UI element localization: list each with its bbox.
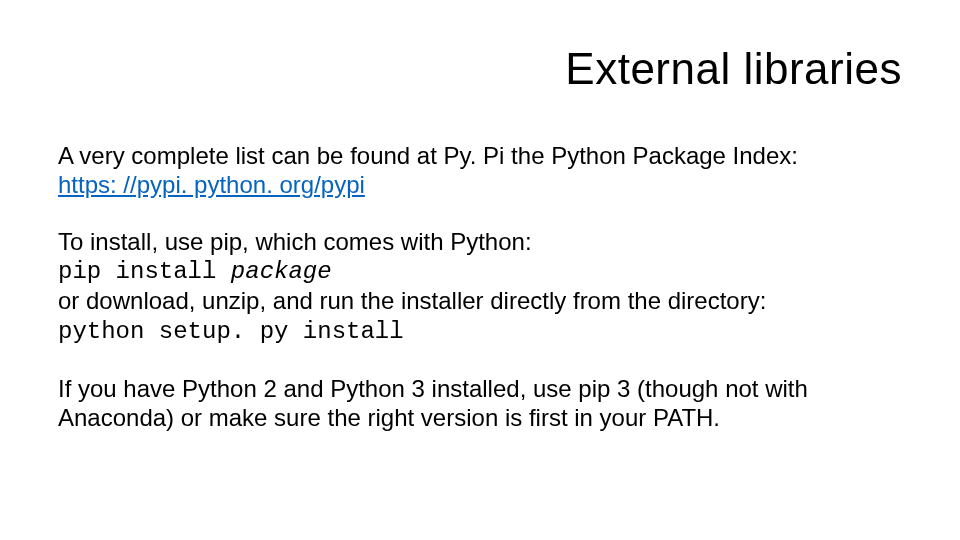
slide-title: External libraries bbox=[565, 44, 902, 94]
cmd-prefix: pip install bbox=[58, 258, 231, 285]
slide: External libraries A very complete list … bbox=[0, 0, 960, 540]
paragraph-intro: A very complete list can be found at Py.… bbox=[58, 142, 902, 200]
intro-text: A very complete list can be found at Py.… bbox=[58, 142, 798, 169]
cmd-package-placeholder: package bbox=[231, 258, 332, 285]
pypi-link[interactable]: https: //pypi. python. org/pypi bbox=[58, 171, 365, 198]
slide-body: A very complete list can be found at Py.… bbox=[58, 142, 902, 432]
install-text-2: or download, unzip, and run the installe… bbox=[58, 287, 766, 314]
setup-py-command: python setup. py install bbox=[58, 318, 404, 345]
paragraph-pip3: If you have Python 2 and Python 3 instal… bbox=[58, 375, 902, 433]
pip-install-command: pip install package bbox=[58, 258, 332, 285]
paragraph-install: To install, use pip, which comes with Py… bbox=[58, 228, 902, 347]
install-text-1: To install, use pip, which comes with Py… bbox=[58, 228, 532, 255]
